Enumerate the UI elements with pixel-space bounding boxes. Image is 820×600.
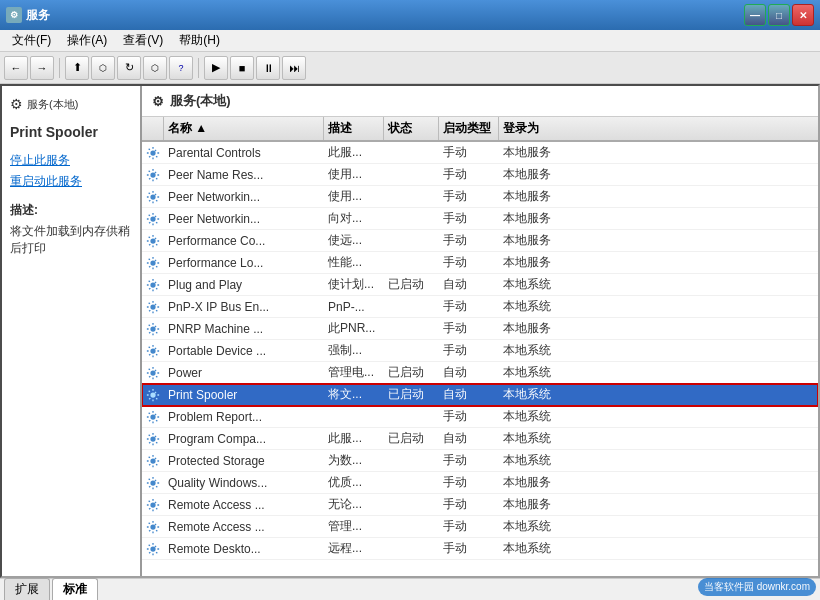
col-status[interactable]: 状态	[384, 117, 439, 140]
svg-point-17	[150, 524, 155, 529]
menu-view[interactable]: 查看(V)	[115, 30, 171, 51]
service-status	[384, 230, 439, 251]
svg-point-12	[150, 414, 155, 419]
service-name: Peer Networkin...	[164, 208, 324, 229]
selected-service-name: Print Spooler	[10, 124, 132, 140]
svg-point-4	[150, 238, 155, 243]
service-logon: 本地服务	[499, 186, 579, 207]
resume-button[interactable]: ⏭	[282, 56, 306, 80]
refresh-button[interactable]: ↻	[117, 56, 141, 80]
service-name: Problem Report...	[164, 406, 324, 427]
service-desc: 使计划...	[324, 274, 384, 295]
service-name: Power	[164, 362, 324, 383]
service-icon	[142, 516, 164, 537]
table-row[interactable]: Performance Lo...性能...手动本地服务	[142, 252, 818, 274]
watermark: 当客软件园 downkr.com	[698, 578, 816, 596]
col-logon[interactable]: 登录为	[499, 117, 579, 140]
menubar: 文件(F) 操作(A) 查看(V) 帮助(H)	[0, 30, 820, 52]
svg-point-2	[150, 194, 155, 199]
show-hide-button[interactable]: ⬡	[91, 56, 115, 80]
table-row[interactable]: Power管理电...已启动自动本地系统	[142, 362, 818, 384]
service-icon	[142, 362, 164, 383]
back-button[interactable]: ←	[4, 56, 28, 80]
close-button[interactable]: ✕	[792, 4, 814, 26]
service-status: 已启动	[384, 384, 439, 405]
stop-service-link[interactable]: 停止此服务	[10, 152, 132, 169]
table-row[interactable]: Peer Networkin...使用...手动本地服务	[142, 186, 818, 208]
description-text: 将文件加载到内存供稍后打印	[10, 223, 132, 257]
service-name: Performance Co...	[164, 230, 324, 251]
export-button[interactable]: ⬡	[143, 56, 167, 80]
col-desc[interactable]: 描述	[324, 117, 384, 140]
svg-point-16	[150, 502, 155, 507]
app-icon: ⚙	[6, 7, 22, 23]
service-logon: 本地服务	[499, 142, 579, 163]
service-status	[384, 450, 439, 471]
service-icon	[142, 318, 164, 339]
table-row[interactable]: Remote Deskto...远程...手动本地系统	[142, 538, 818, 560]
service-name: Peer Networkin...	[164, 186, 324, 207]
table-row[interactable]: Protected Storage为数...手动本地系统	[142, 450, 818, 472]
col-icon	[142, 117, 164, 140]
service-icon	[142, 428, 164, 449]
service-startup: 手动	[439, 318, 499, 339]
restore-button[interactable]: □	[768, 4, 790, 26]
menu-action[interactable]: 操作(A)	[59, 30, 115, 51]
table-row[interactable]: Peer Networkin...向对...手动本地服务	[142, 208, 818, 230]
service-status	[384, 208, 439, 229]
start-button[interactable]: ▶	[204, 56, 228, 80]
minimize-button[interactable]: —	[744, 4, 766, 26]
tab-standard[interactable]: 标准	[52, 578, 98, 600]
up-button[interactable]: ⬆	[65, 56, 89, 80]
service-status	[384, 340, 439, 361]
col-name[interactable]: 名称 ▲	[164, 117, 324, 140]
table-row[interactable]: Quality Windows...优质...手动本地服务	[142, 472, 818, 494]
svg-point-7	[150, 304, 155, 309]
help-button[interactable]: ?	[169, 56, 193, 80]
forward-button[interactable]: →	[30, 56, 54, 80]
service-desc: 优质...	[324, 472, 384, 493]
service-startup: 手动	[439, 186, 499, 207]
svg-point-0	[150, 150, 155, 155]
service-logon: 本地系统	[499, 538, 579, 559]
table-row[interactable]: Plug and Play使计划...已启动自动本地系统	[142, 274, 818, 296]
service-table[interactable]: 名称 ▲ 描述 状态 启动类型 登录为 Parental Controls此服.…	[142, 117, 818, 576]
service-desc: 向对...	[324, 208, 384, 229]
service-startup: 自动	[439, 428, 499, 449]
header-gear-icon: ⚙	[152, 94, 164, 109]
service-startup: 自动	[439, 384, 499, 405]
table-row[interactable]: Parental Controls此服...手动本地服务	[142, 142, 818, 164]
table-row[interactable]: Print Spooler将文...已启动自动本地系统	[142, 384, 818, 406]
table-row[interactable]: PNRP Machine ...此PNR...手动本地服务	[142, 318, 818, 340]
service-startup: 手动	[439, 340, 499, 361]
service-status	[384, 472, 439, 493]
service-startup: 手动	[439, 406, 499, 427]
table-row[interactable]: Peer Name Res...使用...手动本地服务	[142, 164, 818, 186]
service-startup: 手动	[439, 450, 499, 471]
service-name: Parental Controls	[164, 142, 324, 163]
service-logon: 本地系统	[499, 296, 579, 317]
service-startup: 手动	[439, 538, 499, 559]
service-logon: 本地服务	[499, 164, 579, 185]
service-status	[384, 186, 439, 207]
stop-button[interactable]: ■	[230, 56, 254, 80]
left-panel-title: 服务(本地)	[27, 97, 78, 112]
service-desc: PnP-...	[324, 296, 384, 317]
right-panel: ⚙ 服务(本地) 名称 ▲ 描述 状态 启动类型 登录为 Parental Co…	[142, 86, 818, 576]
table-row[interactable]: Problem Report...手动本地系统	[142, 406, 818, 428]
service-startup: 手动	[439, 142, 499, 163]
menu-file[interactable]: 文件(F)	[4, 30, 59, 51]
menu-help[interactable]: 帮助(H)	[171, 30, 228, 51]
tab-extend[interactable]: 扩展	[4, 578, 50, 600]
pause-button[interactable]: ⏸	[256, 56, 280, 80]
table-row[interactable]: Remote Access ...管理...手动本地系统	[142, 516, 818, 538]
service-name: Print Spooler	[164, 384, 324, 405]
col-startup[interactable]: 启动类型	[439, 117, 499, 140]
table-row[interactable]: Remote Access ...无论...手动本地服务	[142, 494, 818, 516]
service-logon: 本地系统	[499, 516, 579, 537]
table-row[interactable]: PnP-X IP Bus En...PnP-...手动本地系统	[142, 296, 818, 318]
table-row[interactable]: Performance Co...使远...手动本地服务	[142, 230, 818, 252]
table-row[interactable]: Program Compa...此服...已启动自动本地系统	[142, 428, 818, 450]
table-row[interactable]: Portable Device ...强制...手动本地系统	[142, 340, 818, 362]
restart-service-link[interactable]: 重启动此服务	[10, 173, 132, 190]
